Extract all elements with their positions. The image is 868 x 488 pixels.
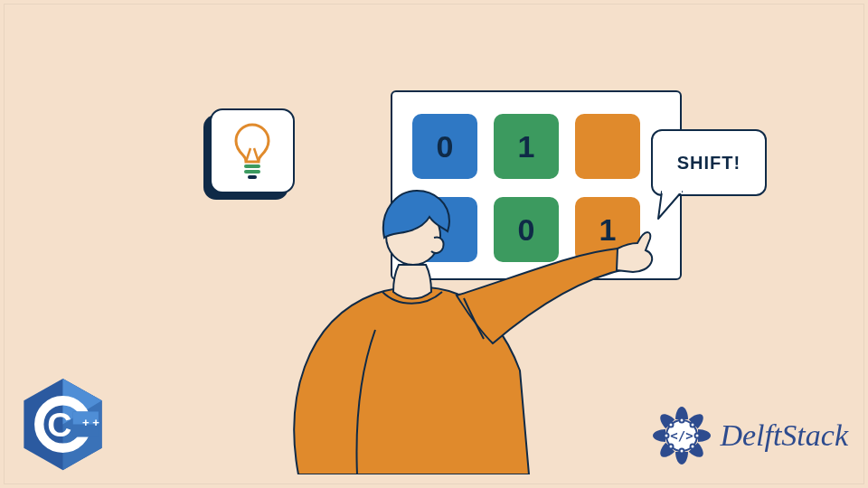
- svg-text:+: +: [92, 416, 99, 429]
- svg-point-18: [695, 434, 700, 438]
- svg-point-21: [669, 445, 674, 449]
- delftstack-badge-icon: </>: [649, 403, 714, 468]
- delftstack-text: DelftStack: [720, 418, 848, 453]
- svg-text:</>: </>: [671, 428, 693, 443]
- svg-text:+: +: [82, 416, 90, 429]
- svg-point-22: [665, 434, 669, 438]
- svg-point-17: [691, 423, 695, 427]
- cpp-logo: C + +: [20, 377, 106, 472]
- svg-point-23: [669, 423, 674, 427]
- svg-point-19: [691, 445, 695, 449]
- delftstack-logo: </> DelftStack: [649, 403, 848, 468]
- cpp-letter: C: [47, 406, 71, 444]
- svg-point-16: [680, 418, 684, 423]
- hand-pointing: [617, 232, 652, 272]
- svg-point-20: [680, 449, 684, 454]
- person-illustration: [249, 149, 701, 474]
